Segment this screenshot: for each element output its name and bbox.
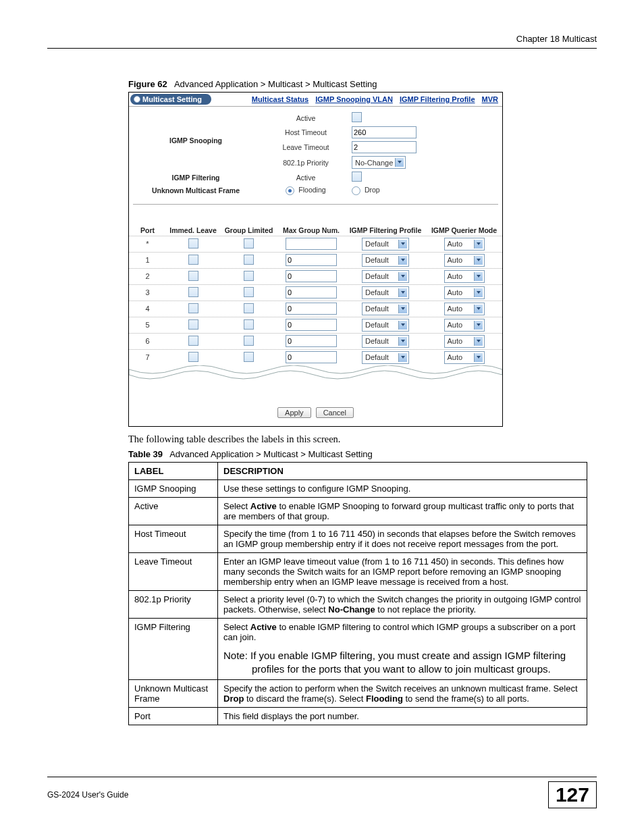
checkbox-group-limited[interactable] [244,271,254,281]
radio-flooding-label: Flooding [298,186,325,194]
chevron-down-icon [477,275,481,278]
checkbox-group-limited[interactable] [244,336,254,346]
table-row: PortThis field displays the port number. [129,708,587,725]
checkbox-immed-leave[interactable] [188,255,198,265]
link-igmp-snooping-vlan[interactable]: IGMP Snooping VLAN [315,95,393,103]
label-host-timeout: Host Timeout [263,125,349,140]
select-filtering-profile[interactable]: Default [362,270,409,283]
select-filtering-profile[interactable]: Default [362,254,409,267]
cell-description: Specify the action to perform when the S… [218,680,587,708]
checkbox-immed-leave[interactable] [188,352,198,362]
chevron-down-icon [401,356,405,359]
apply-button[interactable]: Apply [277,407,311,418]
chevron-down-icon [477,259,481,261]
input-max-group[interactable] [286,238,337,250]
chevron-down-icon [401,291,405,294]
col-group-limited: Group Limited [220,226,277,234]
checkbox-group-limited[interactable] [244,303,254,313]
input-max-group[interactable] [286,303,337,315]
input-max-group[interactable] [286,351,337,363]
cancel-button[interactable]: Cancel [316,407,354,418]
select-filtering-profile[interactable]: Default [362,351,409,364]
cell-label: Leave Timeout [129,552,218,590]
table-caption: Table 39 Advanced Application > Multicas… [128,449,597,459]
label-leave-timeout: Leave Timeout [263,140,349,155]
select-priority[interactable]: No-Change [352,156,406,169]
table-label: Table 39 [128,449,163,459]
table-row: Leave TimeoutEnter an IGMP leave timeout… [129,552,587,590]
checkbox-group-limited[interactable] [244,319,254,330]
port-number: 7 [129,353,166,361]
screenshot-panel: Multicast Setting Multicast Status IGMP … [128,92,503,427]
input-max-group[interactable] [286,319,337,331]
checkbox-group-limited[interactable] [244,352,254,362]
select-querier-mode[interactable]: Auto [444,254,485,267]
select-querier-mode[interactable]: Auto [444,319,485,332]
select-filtering-profile[interactable]: Default [362,319,409,332]
figure-title: Advanced Application > Multicast > Multi… [174,79,377,89]
select-querier-mode[interactable]: Auto [444,270,485,283]
input-max-group[interactable] [286,270,337,282]
chevron-down-icon [398,161,402,163]
select-querier-mode[interactable]: Auto [444,351,485,364]
label-igmp-filtering: IGMP Filtering [129,170,263,184]
chevron-down-icon [477,323,481,326]
input-leave-timeout[interactable] [352,141,417,153]
select-querier-mode[interactable]: Auto [444,335,485,348]
chevron-down-icon [401,242,405,245]
panel-links: Multicast Status IGMP Snooping VLAN IGMP… [252,95,502,103]
cell-description: Enter an IGMP leave timeout value (from … [218,552,587,590]
panel-tab: Multicast Setting [130,94,211,105]
select-querier-mode[interactable]: Auto [444,286,485,299]
select-filtering-profile[interactable]: Default [362,286,409,299]
checkbox-immed-leave[interactable] [188,303,198,313]
footer-guide: GS-2024 User's Guide [47,790,128,800]
col-port: Port [129,226,166,234]
checkbox-group-limited[interactable] [244,238,254,249]
chevron-down-icon [477,307,481,310]
table-row: Unknown Multicast FrameSpecify the actio… [129,680,587,708]
link-igmp-filtering-profile[interactable]: IGMP Filtering Profile [400,95,475,103]
input-max-group[interactable] [286,254,337,266]
select-filtering-profile[interactable]: Default [362,303,409,315]
checkbox-immed-leave[interactable] [188,271,198,281]
radio-flooding[interactable] [286,186,294,195]
divider [133,203,498,205]
input-host-timeout[interactable] [352,126,417,138]
tab-dot-icon [134,96,140,103]
checkbox-immed-leave[interactable] [188,287,198,297]
col-header-label: LABEL [129,462,218,479]
checkbox-filtering-active[interactable] [352,172,362,182]
input-max-group[interactable] [286,286,337,298]
checkbox-snooping-active[interactable] [352,112,362,122]
port-number: 3 [129,288,166,296]
chevron-down-icon [401,259,405,261]
port-number: 4 [129,305,166,313]
page-footer: GS-2024 User's Guide 127 [47,777,597,808]
select-querier-mode[interactable]: Auto [444,238,485,251]
chevron-down-icon [401,340,405,342]
figure-caption: Figure 62 Advanced Application > Multica… [128,79,597,89]
port-row: *DefaultAuto [129,236,502,252]
note-text: Note: If you enable IGMP filtering, you … [223,649,581,677]
checkbox-immed-leave[interactable] [188,319,198,330]
port-row: 1DefaultAuto [129,252,502,268]
cell-description: Select Active to enable IGMP Snooping to… [218,497,587,525]
checkbox-group-limited[interactable] [244,287,254,297]
select-filtering-profile[interactable]: Default [362,335,409,348]
checkbox-group-limited[interactable] [244,255,254,265]
radio-drop[interactable] [352,186,360,195]
col-header-description: DESCRIPTION [218,462,587,479]
label-active: Active [263,111,349,125]
input-max-group[interactable] [286,335,337,347]
table-row: Host TimeoutSpecify the time (from 1 to … [129,525,587,552]
link-multicast-status[interactable]: Multicast Status [252,95,308,103]
link-mvr[interactable]: MVR [482,95,498,103]
table-title: Advanced Application > Multicast > Multi… [169,449,373,459]
port-number: 6 [129,337,166,345]
select-filtering-profile[interactable]: Default [362,238,409,251]
checkbox-immed-leave[interactable] [188,238,198,249]
checkbox-immed-leave[interactable] [188,336,198,346]
cell-description: This field displays the port number. [218,708,587,725]
select-querier-mode[interactable]: Auto [444,303,485,315]
